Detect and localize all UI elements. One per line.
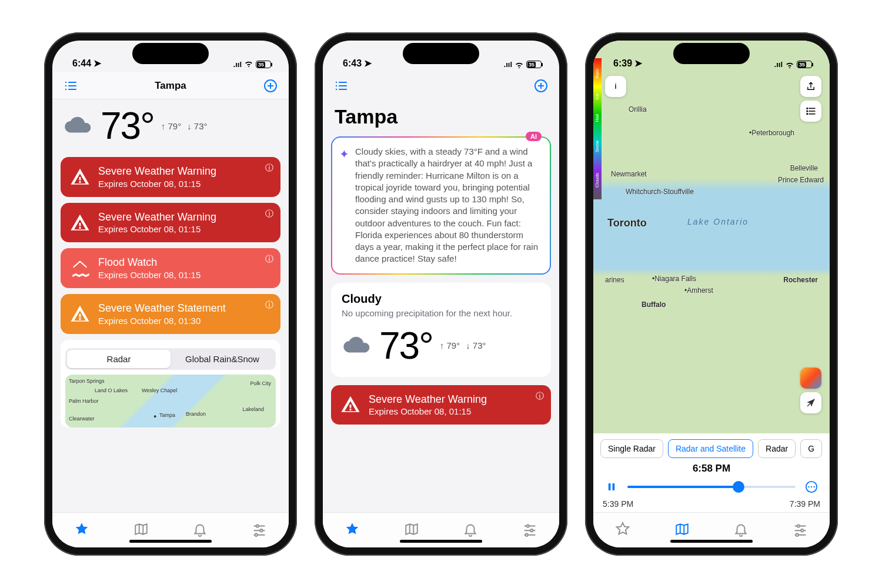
add-icon[interactable] xyxy=(532,77,550,95)
alert-expiry: Expires October 08, 01:15 xyxy=(98,179,271,189)
ai-summary-card[interactable]: AI ✦ Cloudy skies, with a steady 73°F an… xyxy=(331,136,551,275)
tab-favorites[interactable] xyxy=(345,522,360,539)
timeline-slider[interactable] xyxy=(627,486,796,488)
more-button[interactable] xyxy=(803,478,820,496)
info-icon[interactable]: ⓘ xyxy=(536,391,544,402)
weather-alert[interactable]: Severe Weather WarningExpires October 08… xyxy=(61,203,280,243)
tab-favorites[interactable] xyxy=(74,522,89,539)
ai-badge: AI xyxy=(526,132,542,141)
radar-app-icon[interactable] xyxy=(800,368,821,389)
chip-radar[interactable]: Radar xyxy=(758,439,796,458)
tab-map[interactable] xyxy=(404,522,419,539)
alert-title: Severe Weather Warning xyxy=(369,393,542,406)
tab-alerts[interactable] xyxy=(192,522,208,539)
tab-map[interactable] xyxy=(674,522,690,539)
add-icon[interactable] xyxy=(262,77,279,95)
info-button[interactable]: i xyxy=(605,76,626,97)
svg-point-0 xyxy=(65,81,66,82)
svg-point-42 xyxy=(813,486,814,487)
svg-point-41 xyxy=(811,486,812,487)
svg-point-32 xyxy=(807,111,808,112)
list-icon[interactable] xyxy=(62,77,79,95)
alert-expiry: Expires October 08, 01:15 xyxy=(369,406,542,416)
tab-alerts[interactable] xyxy=(463,522,478,539)
weather-alert[interactable]: Severe Weather Warning Expires October 0… xyxy=(331,385,551,425)
svg-point-29 xyxy=(525,533,527,536)
weather-alert[interactable]: Severe Weather StatementExpires October … xyxy=(61,294,280,334)
home-indicator xyxy=(129,540,212,543)
timeline: 6:58 PM 5:39 PM7:39 PM xyxy=(593,460,830,512)
info-icon[interactable]: ⓘ xyxy=(265,300,273,310)
dynamic-island xyxy=(132,43,209,64)
svg-point-48 xyxy=(796,533,798,536)
precip-text: No upcoming precipitation for the next h… xyxy=(342,308,540,318)
svg-point-46 xyxy=(801,529,803,532)
layers-button[interactable] xyxy=(800,101,821,122)
share-button[interactable] xyxy=(800,76,821,97)
cloud-icon xyxy=(342,335,372,356)
warning-icon xyxy=(340,395,360,415)
svg-point-14 xyxy=(255,533,257,536)
current-temp: 73° ↑ 79°↓ 73° xyxy=(61,99,280,157)
locate-button[interactable] xyxy=(800,392,821,413)
tab-map[interactable] xyxy=(133,522,149,539)
svg-point-44 xyxy=(797,524,799,527)
alert-title: Severe Weather Warning xyxy=(98,165,271,178)
seg-radar[interactable]: Radar xyxy=(67,350,171,368)
chip-more[interactable]: G xyxy=(800,439,822,458)
layer-chips: Single Radar Radar and Satellite Radar G xyxy=(593,433,830,460)
alert-title: Flood Watch xyxy=(98,256,271,269)
sparkle-icon: ✦ xyxy=(339,147,349,265)
nav-title: Tampa xyxy=(52,80,289,92)
condition-title: Cloudy xyxy=(342,292,540,306)
seg-global[interactable]: Global Rain&Snow xyxy=(171,350,274,368)
svg-point-27 xyxy=(530,529,533,532)
pause-button[interactable] xyxy=(603,478,620,496)
svg-rect-37 xyxy=(609,483,611,490)
svg-point-25 xyxy=(526,524,529,527)
nav-bar: Tampa xyxy=(52,72,289,99)
svg-point-4 xyxy=(65,88,66,89)
tab-alerts[interactable] xyxy=(733,522,749,539)
ai-summary-text: Cloudy skies, with a steady 73°F and a w… xyxy=(355,146,540,265)
tab-favorites[interactable] xyxy=(615,522,630,539)
nav-bar xyxy=(323,72,559,99)
tab-settings[interactable] xyxy=(252,522,267,539)
list-icon[interactable] xyxy=(332,77,350,95)
info-icon[interactable]: ⓘ xyxy=(265,209,273,219)
dynamic-island xyxy=(403,43,479,64)
svg-point-40 xyxy=(808,486,809,487)
timeline-start: 5:39 PM xyxy=(603,499,633,509)
dynamic-island xyxy=(673,43,750,64)
segmented-control[interactable]: Radar Global Rain&Snow xyxy=(65,348,276,370)
svg-point-15 xyxy=(336,82,337,83)
svg-point-2 xyxy=(65,85,66,86)
cloud-icon xyxy=(63,115,93,136)
alert-expiry: Expires October 08, 01:30 xyxy=(98,316,271,326)
weather-alert[interactable]: Flood WatchExpires October 08, 01:15ⓘ xyxy=(61,248,280,288)
tab-settings[interactable] xyxy=(522,522,537,539)
chip-radar-satellite[interactable]: Radar and Satellite xyxy=(668,439,753,458)
radar-map[interactable]: Rain Ice Hail Snow Clouds i Orillia •Pet… xyxy=(593,41,830,433)
alert-title: Severe Weather Statement xyxy=(98,302,271,315)
info-icon[interactable]: ⓘ xyxy=(265,163,273,173)
phone-mockup-3: 6:39 ➤ .ııl 35 Rain Ice Hail Snow Clouds… xyxy=(585,32,838,556)
svg-rect-38 xyxy=(613,483,615,490)
home-indicator xyxy=(400,540,482,543)
weather-alert[interactable]: Severe Weather WarningExpires October 08… xyxy=(61,157,280,197)
map-legend: Rain Ice Hail Snow Clouds xyxy=(593,58,602,199)
svg-point-30 xyxy=(807,108,808,109)
info-icon[interactable]: ⓘ xyxy=(265,254,273,265)
wifi-icon xyxy=(244,60,253,69)
alert-expiry: Expires October 08, 01:15 xyxy=(98,224,271,234)
conditions-card[interactable]: Cloudy No upcoming precipitation for the… xyxy=(331,283,551,377)
phone-mockup-2: 6:43 ➤ .ııl 35 Tampa AI ✦ Cloudy skies xyxy=(315,32,567,556)
phone-mockup-1: 6:44 ➤ .ııl 35 Tampa 73° ↑ 79°↓ 73° xyxy=(44,32,297,556)
chip-single-radar[interactable]: Single Radar xyxy=(600,439,663,458)
svg-point-10 xyxy=(256,524,258,527)
svg-line-36 xyxy=(807,399,814,406)
radar-map-thumbnail[interactable]: Tarpon Springs Land O Lakes Wesley Chape… xyxy=(65,375,276,427)
tab-settings[interactable] xyxy=(793,522,808,539)
battery-icon: 35 xyxy=(256,61,271,68)
svg-point-17 xyxy=(336,85,337,86)
